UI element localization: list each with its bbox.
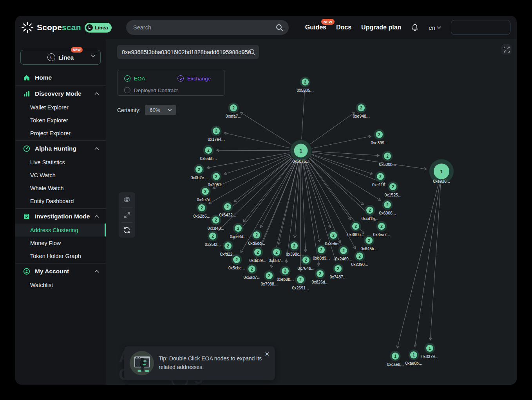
graph-node[interactable]: 10xcae8...	[387, 351, 404, 367]
graph-node[interactable]: 20xd6dd...	[248, 230, 265, 246]
nav-docs[interactable]: Docs	[336, 24, 351, 31]
graph-node[interactable]: 20x2469...	[335, 245, 352, 262]
graph-node[interactable]: 20x5ad7...	[243, 264, 260, 280]
graph-node[interactable]: 20x6432...	[219, 202, 236, 218]
filter-exchange[interactable]: Exchange	[177, 75, 211, 82]
node-count: 2	[198, 167, 200, 172]
node-address-label: 0x645b...	[360, 246, 377, 251]
graph-node[interactable]: 20x6006...	[379, 200, 396, 216]
node-address-label: 0xd8d9...	[313, 256, 329, 260]
graph-node[interactable]: 20xfd22...	[220, 241, 236, 257]
node-address-label: 0xcae8...	[387, 362, 404, 367]
app-window: Scopescan L Linea Guides NEW Docs Upgrad…	[15, 16, 517, 385]
filter-eoa[interactable]: EOA	[124, 75, 145, 82]
chevron-up-icon	[94, 215, 99, 218]
graph-node[interactable]: 20xcd15...	[362, 205, 378, 221]
graph-node[interactable]: 20x25f2...	[205, 231, 221, 247]
node-address-label: 0xae0b...	[405, 361, 422, 365]
node-count: 2	[305, 258, 307, 262]
header-action-button[interactable]	[451, 20, 510, 35]
node-address-label: 0x6006...	[379, 211, 396, 215]
graph-node[interactable]: 20xe948...	[353, 103, 369, 119]
certainty-dropdown[interactable]: 60%	[145, 105, 176, 115]
graph-node[interactable]: 20x3ea7...	[373, 221, 390, 237]
sidebar-section-discovery-mode[interactable]: Discovery Mode	[15, 87, 106, 101]
graph-node[interactable]: 20xb5f7...	[269, 247, 284, 263]
graph-node[interactable]: 20x2691...	[292, 275, 309, 291]
sidebar-item-live-statistics[interactable]: Live Statistics	[15, 156, 106, 169]
graph-node[interactable]: 20x7487...	[329, 264, 346, 280]
sidebar-item-address-clustering[interactable]: Address Clustering	[15, 224, 106, 236]
graph-node[interactable]: 20x398c...	[286, 241, 303, 257]
graph-node[interactable]: 20x3e5e...	[325, 230, 342, 246]
graph-node[interactable]: 10xae0b...	[405, 350, 422, 366]
graph-node[interactable]: 20xe399...	[371, 129, 387, 145]
graph-canvas-area[interactable]: Address Clustering 10x5076...10xe936...2…	[106, 39, 517, 385]
chevron-up-icon	[94, 147, 99, 150]
logo[interactable]: Scopescan L Linea	[22, 16, 112, 39]
graph-edge	[207, 153, 290, 168]
node-count: 2	[284, 269, 286, 273]
sidebar-item-wallet-explorer[interactable]: Wallet Explorer	[15, 101, 106, 114]
node-count: 2	[226, 205, 229, 209]
graph-node[interactable]: 20x5cbc...	[228, 255, 245, 271]
search-icon	[249, 49, 256, 56]
graph-node[interactable]: 10xe936...	[429, 159, 454, 184]
address-input[interactable]	[117, 49, 259, 55]
graph-node[interactable]: 20x530b...	[379, 151, 396, 167]
sidebar-item-token-holder-graph[interactable]: Token Holder Graph	[15, 249, 106, 262]
sidebar-section-investigation-mode[interactable]: Investigation Mode	[15, 209, 106, 224]
graph-node[interactable]: 20x764b...	[297, 255, 314, 271]
node-count: 2	[215, 218, 217, 222]
graph-node[interactable]: 20x62b5...	[193, 203, 210, 219]
network-selector[interactable]: L Linea NEW	[20, 50, 101, 65]
sidebar-item-whale-watch[interactable]: Whale Watch	[15, 182, 106, 195]
graph-node[interactable]: 20x2051...	[208, 171, 224, 187]
sidebar-item-token-explorer[interactable]: Token Explorer	[15, 114, 106, 127]
sidebar-item-money-flow[interactable]: Money Flow	[15, 236, 106, 249]
sidebar-item-watchlist[interactable]: Watchlist	[15, 278, 106, 291]
node-address-label: 0x2469...	[335, 256, 352, 261]
close-icon[interactable]: ✕	[264, 351, 270, 357]
sidebar-item-vc-watch[interactable]: VC Watch	[15, 169, 106, 182]
node-address-label: 0xb5f7...	[269, 258, 284, 263]
graph-node[interactable]: 20xeb8b...	[277, 266, 293, 282]
graph-node[interactable]: 20xd8d9...	[313, 245, 329, 261]
graph-edge	[312, 136, 371, 148]
graph-node[interactable]: 20xce8d...	[230, 223, 247, 239]
global-search[interactable]	[126, 20, 289, 35]
graph-node[interactable]: 20x826d...	[311, 269, 328, 285]
graph-node[interactable]: 20x2390...	[351, 251, 368, 267]
graph-node[interactable]: 20x17e4...	[208, 126, 224, 142]
graph-node[interactable]: 10x5076...	[290, 140, 311, 164]
node-count: 2	[299, 278, 302, 282]
sidebar-item-entity-dashboard[interactable]: Entity Dashboard	[15, 195, 106, 207]
language-selector[interactable]: en	[429, 24, 441, 31]
nav-upgrade-plan[interactable]: Upgrade plan	[361, 24, 401, 31]
sidebar-item-home[interactable]: Home	[15, 71, 106, 85]
graph-node[interactable]: 20x0b7e...	[190, 164, 207, 180]
graph-node[interactable]: 20xc116...	[372, 171, 389, 187]
graph-node[interactable]: 20xafa7...	[226, 103, 241, 119]
graph-node[interactable]: 20x4e7d...	[197, 186, 214, 202]
fullscreen-button[interactable]	[501, 44, 512, 55]
sidebar-section-alpha-hunting[interactable]: Alpha Hunting	[15, 142, 106, 156]
nav-guides[interactable]: Guides	[305, 24, 326, 31]
graph-node[interactable]: 20x360b...	[347, 221, 364, 237]
search-input[interactable]	[126, 24, 276, 31]
sidebar-section-my-account[interactable]: My Account	[15, 264, 106, 278]
hide-labels-button[interactable]	[119, 192, 135, 207]
refresh-button[interactable]	[119, 223, 135, 238]
graph-node[interactable]: 10x3379...	[421, 343, 438, 359]
graph-node[interactable]: 20xdd39...	[249, 247, 266, 263]
address-search-box[interactable]	[117, 45, 259, 59]
expand-graph-button[interactable]	[119, 207, 135, 222]
graph-node[interactable]: 20x7988...	[261, 271, 277, 287]
node-address-label: 0x5076...	[292, 159, 309, 164]
notifications-bell-icon[interactable]	[411, 24, 419, 32]
graph-node[interactable]: 20x645b...	[360, 235, 377, 251]
filter-deployed-contract[interactable]: Deployed Contract	[124, 87, 178, 93]
graph-node[interactable]: 20x5abb...	[200, 145, 217, 161]
graph-node[interactable]: 20x5805...	[297, 77, 313, 93]
sidebar-item-project-explorer[interactable]: Project Explorer	[15, 127, 106, 140]
